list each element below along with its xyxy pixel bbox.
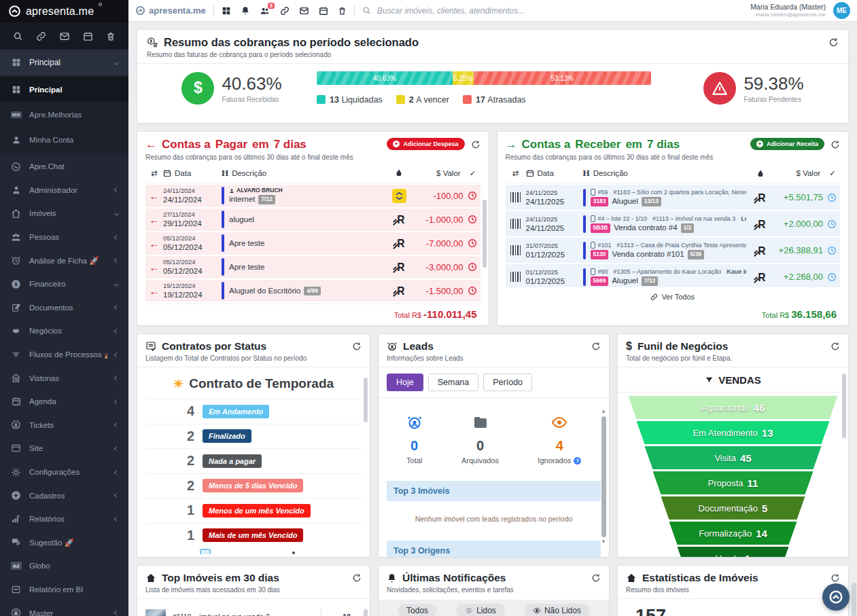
scrollbar-thumb[interactable] [364, 609, 368, 616]
table-row[interactable]: 01/12/202501/12/2025 #90#1305 – Apartame… [506, 264, 841, 287]
sidebar-item-sugestao[interactable]: Sugestão 🚀 [0, 531, 128, 555]
table-row[interactable]: ← 24/11/202424/11/2024 ALVARO BRUCH inte… [145, 185, 480, 207]
table-row[interactable]: ← 19/12/202419/12/2024 Aluguel do Escrit… [145, 280, 480, 302]
tab-lidos[interactable]: Lidos [456, 604, 505, 616]
ver-todos-link[interactable]: Ver Todos [506, 287, 841, 302]
sidebar-logo[interactable]: apresenta.me [0, 0, 128, 22]
scroll-to-top-button[interactable] [822, 583, 850, 611]
sidebar-item-tickets[interactable]: Tickets [0, 414, 128, 437]
refresh-icon[interactable] [352, 572, 362, 583]
sidebar-item-master[interactable]: Master [0, 601, 128, 616]
funnel-stage[interactable]: Formalização14 [669, 522, 797, 545]
table-row[interactable]: 24/11/202524/11/2025 #4 – lote 22 - 1/10… [506, 211, 841, 236]
adicionar-despesa-button[interactable]: +Adicionar Despesa [387, 138, 464, 150]
column-data[interactable]: Data [163, 169, 222, 177]
tab-hoje[interactable]: Hoje [387, 374, 423, 391]
bank-column-icon[interactable] [384, 168, 415, 177]
sidebar-item-relatorios[interactable]: Relatórios [0, 507, 128, 531]
sidebar-item-pessoas[interactable]: Pessoas [0, 225, 128, 249]
swap-icon[interactable]: ⇄ [145, 168, 163, 178]
table-row[interactable]: ← 05/12/202405/12/2024 Apre teste R -3.0… [145, 256, 480, 278]
tab-periodo[interactable]: Período [483, 374, 532, 391]
refresh-icon[interactable] [591, 572, 601, 583]
scroll-down-icon[interactable]: ▼ [600, 539, 607, 545]
user-info[interactable]: Maria Eduarda (Master) maria.heiden@apre… [750, 3, 826, 18]
scrollbar-thumb[interactable] [483, 200, 487, 268]
property-row[interactable]: #1110 – imóvel na rua venda 2 10 [145, 604, 362, 616]
scroll-up-icon[interactable]: ▲ [600, 409, 607, 414]
link-icon[interactable] [280, 6, 290, 16]
trash-icon[interactable] [106, 31, 116, 41]
sidebar-item-fluxos-de-processos[interactable]: Fluxos de Processos 🚀 [0, 343, 128, 367]
table-row[interactable]: 24/11/202524/11/2025 #59#1183 – Sítio co… [506, 185, 841, 210]
mail-icon[interactable] [59, 31, 70, 41]
funnel-stage[interactable]: Venda1 [678, 547, 789, 558]
sidebar-item-vistorias[interactable]: Vistorias [0, 366, 128, 390]
sidebar-item-minha-conta[interactable]: Minha Conta [0, 127, 128, 152]
refresh-icon[interactable] [471, 139, 480, 149]
swap-icon[interactable]: ⇄ [506, 168, 526, 178]
topbar-logo[interactable]: apresenta.me [135, 5, 206, 16]
tab-todos[interactable]: Todos [398, 604, 437, 616]
scrollbar-thumb[interactable] [842, 374, 846, 438]
status-row[interactable]: 1Mais de um mês Vencido [145, 523, 362, 548]
refresh-icon[interactable] [828, 36, 839, 48]
sidebar-item-principal[interactable]: Principal [0, 77, 128, 102]
refresh-icon[interactable] [830, 139, 840, 149]
mail-icon[interactable] [299, 6, 309, 16]
funnel-stage[interactable]: Proposta11 [653, 471, 814, 494]
table-row[interactable]: ← 27/11/202429/11/2024 aluguel R -1.000,… [145, 209, 480, 231]
leads-scrollbar[interactable]: ▲ ▼ [600, 409, 607, 550]
sidebar-item-relatorio-em-bi[interactable]: Relatório em BI [0, 578, 128, 602]
scrollbar-thumb[interactable] [601, 416, 606, 537]
tab-nao-lidos[interactable]: Não Lidos [524, 604, 590, 616]
refresh-icon[interactable] [352, 340, 362, 351]
funnel-stage[interactable]: Documentação5 [661, 496, 805, 520]
help-icon[interactable]: ? [574, 457, 581, 465]
status-row[interactable]: 2Nada a pagar [145, 448, 362, 473]
grid-icon[interactable] [222, 6, 231, 16]
refresh-icon[interactable] [830, 340, 840, 351]
sidebar-item-globo[interactable]: Ad Globo [0, 554, 128, 578]
top3-origens-header[interactable]: Top 3 Origens [387, 541, 601, 558]
funnel-stage[interactable]: Aguardando46 [629, 396, 838, 419]
users-icon[interactable]: 5 [260, 6, 270, 16]
refresh-icon[interactable] [830, 572, 840, 583]
tab-semana[interactable]: Semana [428, 374, 479, 391]
bank-column-icon[interactable] [746, 169, 775, 178]
calendar-icon[interactable] [83, 31, 93, 41]
status-row[interactable]: 2Finalizado [145, 424, 362, 449]
status-row[interactable]: 2Menos de 5 dias Vencido [145, 473, 362, 499]
status-row[interactable]: 4Em Andamento [145, 399, 362, 424]
sidebar-item-administrador[interactable]: Administrador [0, 179, 128, 202]
calendar-icon[interactable] [319, 6, 328, 16]
column-descricao[interactable]: HDescrição [583, 168, 747, 179]
refresh-icon[interactable] [591, 340, 601, 351]
adicionar-receita-button[interactable]: +Adicionar Receita [750, 138, 824, 150]
avatar[interactable]: ME [833, 2, 850, 19]
scrollbar-thumb[interactable] [364, 378, 368, 422]
funnel-stage[interactable]: Em Atendimento13 [637, 421, 830, 444]
status-row[interactable]: 1Menos de um mês Vencido [145, 498, 362, 523]
sidebar-item-apre-melhorias[interactable]: NEW Apre.Melhorias [0, 102, 128, 127]
trash-icon[interactable] [338, 6, 347, 16]
page-scrollbar-thumb[interactable] [852, 583, 856, 616]
link-icon[interactable] [36, 31, 46, 41]
column-data[interactable]: Data [526, 169, 583, 177]
sidebar-item-financeiro[interactable]: $ Financeiro [0, 272, 128, 296]
sidebar-item-cadastros[interactable]: Cadastros [0, 484, 128, 507]
table-row[interactable]: 31/07/202501/12/2025 #101#1313 – Casa de… [506, 238, 841, 263]
sidebar-item-negocios[interactable]: Negócios [0, 319, 128, 343]
top3-imoveis-header[interactable]: Top 3 Imóveis [387, 481, 601, 501]
search-icon[interactable] [13, 31, 23, 41]
funnel-stage[interactable]: Visita45 [645, 446, 822, 469]
sidebar-item-apre-chat[interactable]: Apre.Chat [0, 155, 128, 179]
sidebar-item-configuracoes[interactable]: Configurações [0, 460, 128, 484]
column-valor[interactable]: $ Valor ✓ [775, 168, 840, 178]
sidebar-group-principal[interactable]: Principal [0, 50, 128, 75]
bell-icon[interactable] [241, 6, 250, 16]
sidebar-item-agenda[interactable]: Agenda [0, 390, 128, 414]
search-input[interactable] [377, 6, 743, 16]
sidebar-item-analise-de-ficha[interactable]: Análise de Ficha 🚀 [0, 249, 128, 272]
table-row[interactable]: ← 05/12/202405/12/2024 Apre teste R -7.0… [145, 232, 480, 255]
